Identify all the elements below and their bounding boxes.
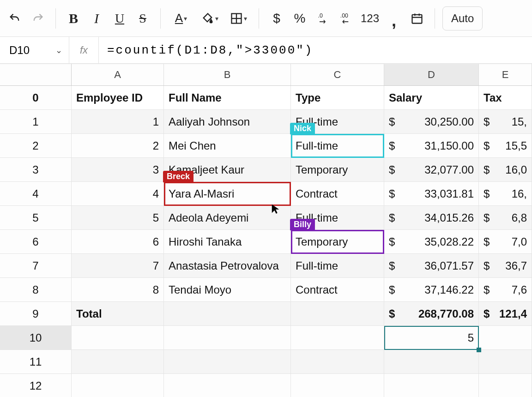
cell[interactable]: 2 <box>72 134 164 157</box>
cell[interactable]: $15, <box>479 110 532 133</box>
cell[interactable] <box>72 350 164 373</box>
cell[interactable]: $35,028.22 <box>384 230 479 253</box>
number-format-button[interactable]: 123 <box>359 8 381 29</box>
cell[interactable]: Mei Chen <box>164 134 291 157</box>
cell[interactable]: Temporary <box>291 158 384 181</box>
cell[interactable]: $36,7 <box>479 254 532 277</box>
presence-box <box>291 134 384 158</box>
cell[interactable] <box>291 326 384 349</box>
row-number[interactable]: 8 <box>0 278 72 301</box>
cell[interactable] <box>164 326 291 349</box>
strikethrough-button[interactable]: S <box>133 8 153 29</box>
cell[interactable] <box>164 350 291 373</box>
cell[interactable]: 5 <box>72 206 164 229</box>
cell[interactable]: $7,6 <box>479 278 532 301</box>
cell[interactable] <box>479 350 532 373</box>
cell[interactable]: Salary <box>384 86 479 109</box>
cell[interactable] <box>164 302 291 325</box>
row-number[interactable]: 6 <box>0 230 72 253</box>
presence-tag: Breck <box>163 171 193 182</box>
row-number[interactable]: 1 <box>0 110 72 133</box>
borders-button[interactable]: ▾ <box>225 8 251 29</box>
cell[interactable]: Anastasia Petrovalova <box>164 254 291 277</box>
bold-button[interactable]: B <box>63 8 84 29</box>
formula-input[interactable]: =countif(D1:D8,">33000") <box>99 37 532 63</box>
fill-handle[interactable] <box>477 348 481 352</box>
undo-button[interactable] <box>5 8 25 29</box>
cell[interactable] <box>72 374 164 397</box>
cell[interactable]: $15,5 <box>479 134 532 157</box>
cell[interactable]: $34,015.26 <box>384 206 479 229</box>
cell[interactable] <box>72 326 164 349</box>
increase-decimal-button[interactable]: .00 <box>336 8 356 29</box>
cell[interactable] <box>291 302 384 325</box>
cell[interactable]: Hiroshi Tanaka <box>164 230 291 253</box>
cell[interactable]: Full-time <box>291 254 384 277</box>
cell[interactable]: 3 <box>72 158 164 181</box>
row-number[interactable]: 3 <box>0 158 72 181</box>
redo-button[interactable] <box>28 8 48 29</box>
percent-button[interactable]: % <box>290 8 310 29</box>
row-number[interactable]: 4 <box>0 182 72 205</box>
cell-reference-box[interactable]: D10 ⌄ <box>0 37 69 63</box>
col-header-B[interactable]: B <box>164 64 291 85</box>
cell[interactable]: 4 <box>72 182 164 205</box>
cell[interactable] <box>384 374 479 397</box>
cell[interactable]: $121,4 <box>479 302 532 325</box>
cell[interactable]: $6,8 <box>479 206 532 229</box>
currency-button[interactable]: $ <box>266 8 287 29</box>
cell[interactable]: Contract <box>291 278 384 301</box>
cell[interactable]: $30,250.00 <box>384 110 479 133</box>
cell[interactable] <box>291 374 384 397</box>
col-header-C[interactable]: C <box>291 64 384 85</box>
cell[interactable] <box>384 350 479 373</box>
cell[interactable]: $37,146.22 <box>384 278 479 301</box>
underline-button[interactable]: U <box>109 8 130 29</box>
row-number[interactable]: 7 <box>0 254 72 277</box>
col-header-D[interactable]: D <box>384 64 479 85</box>
date-format-button[interactable] <box>407 8 427 29</box>
thousands-sep-button[interactable]: , <box>384 8 404 29</box>
cell[interactable]: Type <box>291 86 384 109</box>
cell[interactable]: 7 <box>72 254 164 277</box>
cell[interactable]: $16, <box>479 182 532 205</box>
cell[interactable]: $31,150.00 <box>384 134 479 157</box>
auto-button[interactable]: Auto <box>442 6 483 30</box>
cell[interactable]: $16,0 <box>479 158 532 181</box>
row-number[interactable]: 10 <box>0 326 72 349</box>
cell[interactable]: $268,770.08 <box>384 302 479 325</box>
cell[interactable]: $7,0 <box>479 230 532 253</box>
cell[interactable]: Tax <box>479 86 532 109</box>
cell[interactable] <box>164 374 291 397</box>
row-number[interactable]: 12 <box>0 374 72 397</box>
cell[interactable]: Employee ID <box>72 86 164 109</box>
cell[interactable] <box>291 350 384 373</box>
cell[interactable]: Aaliyah Johnson <box>164 110 291 133</box>
cell[interactable]: 6 <box>72 230 164 253</box>
select-all-corner[interactable] <box>0 64 72 85</box>
cell[interactable]: $36,071.57 <box>384 254 479 277</box>
cell[interactable]: Tendai Moyo <box>164 278 291 301</box>
cell[interactable]: $32,077.00 <box>384 158 479 181</box>
row-number[interactable]: 5 <box>0 206 72 229</box>
cell[interactable]: Total <box>72 302 164 325</box>
cell[interactable] <box>479 326 532 349</box>
row-number[interactable]: 9 <box>0 302 72 325</box>
cell[interactable]: 1 <box>72 110 164 133</box>
cell[interactable]: Full Name <box>164 86 291 109</box>
cursor-icon <box>271 202 281 215</box>
row-number[interactable]: 0 <box>0 86 72 109</box>
decrease-decimal-button[interactable]: .0 <box>313 8 333 29</box>
cell[interactable]: $33,031.81 <box>384 182 479 205</box>
italic-button[interactable]: I <box>86 8 107 29</box>
fill-color-button[interactable]: ▾ <box>197 8 223 29</box>
col-header-E[interactable]: E <box>479 64 532 85</box>
svg-text:.00: .00 <box>340 12 348 19</box>
row-number[interactable]: 11 <box>0 350 72 373</box>
cell[interactable]: 8 <box>72 278 164 301</box>
cell[interactable] <box>479 374 532 397</box>
cell[interactable]: Contract <box>291 182 384 205</box>
row-number[interactable]: 2 <box>0 134 72 157</box>
col-header-A[interactable]: A <box>72 64 164 85</box>
font-color-button[interactable]: A▾ <box>168 8 194 29</box>
